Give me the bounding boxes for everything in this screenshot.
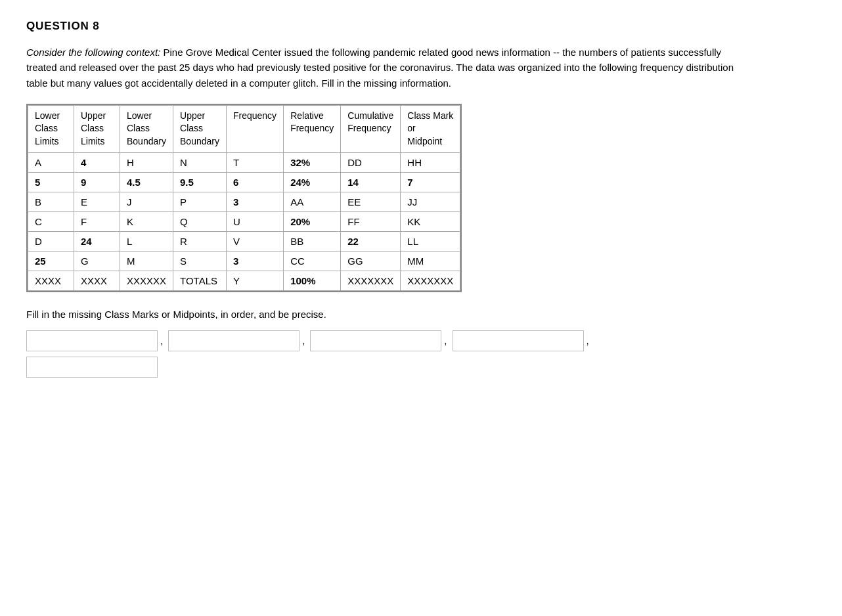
answer-inputs-row-2	[26, 357, 816, 378]
header-cumulative-frequency: CumulativeFrequency	[341, 105, 401, 152]
table-row: BEJP3AAEEJJ	[28, 192, 460, 211]
table-cell: E	[74, 192, 120, 211]
answer-input-5[interactable]	[26, 357, 158, 378]
table-cell: Q	[173, 211, 227, 231]
question-title: QUESTION 8	[26, 20, 816, 33]
table-header-row: LowerClassLimits UpperClassLimits LowerC…	[28, 105, 460, 152]
table-cell: R	[173, 231, 227, 251]
context-paragraph: Consider the following context: Pine Gro…	[26, 45, 749, 91]
header-upper-class-boundary: UpperClassBoundary	[173, 105, 227, 152]
table-cell: KK	[401, 211, 460, 231]
table-row: A4HNT32%DDHH	[28, 152, 460, 172]
table-cell: 24	[74, 231, 120, 251]
table-cell: 5	[28, 172, 74, 192]
table-cell: GG	[341, 251, 401, 271]
table-cell: AA	[284, 192, 341, 211]
answer-input-1[interactable]	[26, 330, 158, 351]
table-cell: 4.5	[120, 172, 173, 192]
table-cell: J	[120, 192, 173, 211]
table-cell: U	[226, 211, 283, 231]
table-cell: N	[173, 152, 227, 172]
table-cell: 3	[226, 251, 283, 271]
table-cell: 20%	[284, 211, 341, 231]
table-cell: F	[74, 211, 120, 231]
table-cell: 9	[74, 172, 120, 192]
table-row: D24LRVBB22LL	[28, 231, 460, 251]
table-cell: C	[28, 211, 74, 231]
table-cell: DD	[341, 152, 401, 172]
table-cell: XXXX	[74, 271, 120, 290]
context-italic: Consider the following context:	[26, 47, 160, 58]
table-cell: BB	[284, 231, 341, 251]
table-cell: V	[226, 231, 283, 251]
table-cell: 7	[401, 172, 460, 192]
table-cell: M	[120, 251, 173, 271]
comma-3: ,	[444, 335, 447, 346]
table-cell: TOTALS	[173, 271, 227, 290]
table-cell: Y	[226, 271, 283, 290]
table-cell: 6	[226, 172, 283, 192]
comma-4: ,	[587, 335, 589, 346]
table-cell: XXXX	[28, 271, 74, 290]
table-cell: LL	[401, 231, 460, 251]
table-cell: JJ	[401, 192, 460, 211]
answer-inputs-row: , , , ,	[26, 330, 816, 351]
table-cell: CC	[284, 251, 341, 271]
frequency-table: LowerClassLimits UpperClassLimits LowerC…	[28, 105, 460, 291]
header-class-mark: Class MarkorMidpoint	[401, 105, 460, 152]
table-cell: 22	[341, 231, 401, 251]
table-cell: XXXXXXX	[401, 271, 460, 290]
table-cell: G	[74, 251, 120, 271]
answer-input-4[interactable]	[453, 330, 584, 351]
table-cell: XXXXXX	[120, 271, 173, 290]
table-cell: EE	[341, 192, 401, 211]
comma-2: ,	[302, 335, 305, 346]
table-cell: 100%	[284, 271, 341, 290]
table-row: XXXXXXXXXXXXXXTOTALSY100%XXXXXXXXXXXXXX	[28, 271, 460, 290]
header-frequency: Frequency	[226, 105, 283, 152]
comma-1: ,	[160, 335, 163, 346]
table-cell: S	[173, 251, 227, 271]
table-cell: 14	[341, 172, 401, 192]
table-row: CFKQU20%FFKK	[28, 211, 460, 231]
table-cell: B	[28, 192, 74, 211]
answer-input-3[interactable]	[310, 330, 441, 351]
header-relative-frequency: RelativeFrequency	[284, 105, 341, 152]
table-cell: FF	[341, 211, 401, 231]
table-cell: A	[28, 152, 74, 172]
header-lower-class-limits: LowerClassLimits	[28, 105, 74, 152]
table-row: 594.59.5624%147	[28, 172, 460, 192]
answer-input-2[interactable]	[168, 330, 299, 351]
table-cell: 32%	[284, 152, 341, 172]
header-upper-class-limits: UpperClassLimits	[74, 105, 120, 152]
table-cell: K	[120, 211, 173, 231]
table-cell: XXXXXXX	[341, 271, 401, 290]
table-cell: 9.5	[173, 172, 227, 192]
table-cell: T	[226, 152, 283, 172]
table-cell: HH	[401, 152, 460, 172]
header-lower-class-boundary: LowerClassBoundary	[120, 105, 173, 152]
frequency-table-wrapper: LowerClassLimits UpperClassLimits LowerC…	[26, 104, 462, 292]
table-cell: MM	[401, 251, 460, 271]
table-cell: 3	[226, 192, 283, 211]
fill-instruction: Fill in the missing Class Marks or Midpo…	[26, 309, 816, 320]
table-row: 25GMS3CCGGMM	[28, 251, 460, 271]
table-cell: D	[28, 231, 74, 251]
table-cell: H	[120, 152, 173, 172]
table-cell: 24%	[284, 172, 341, 192]
table-cell: 25	[28, 251, 74, 271]
table-cell: P	[173, 192, 227, 211]
table-cell: 4	[74, 152, 120, 172]
table-cell: L	[120, 231, 173, 251]
